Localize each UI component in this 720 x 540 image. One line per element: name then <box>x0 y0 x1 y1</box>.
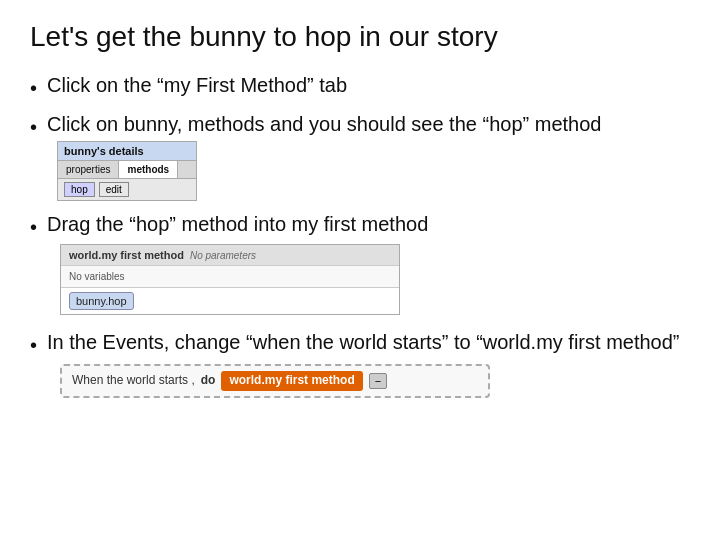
bullet-item-1: • Click on the “my First Method” tab <box>30 72 690 101</box>
bullet-text-4: In the Events, change “when the world st… <box>47 329 679 355</box>
slide-title: Let's get the bunny to hop in our story <box>30 20 690 54</box>
bunny-details-panel: bunny's details properties methods hop e… <box>57 141 197 201</box>
bullet-text-2: Click on bunny, methods and you should s… <box>47 111 690 201</box>
method-body: bunny.hop <box>61 288 399 314</box>
bullet-list: • Click on the “my First Method” tab • C… <box>30 72 690 398</box>
bullet-item-4: • In the Events, change “when the world … <box>30 329 690 398</box>
do-label: do <box>201 373 216 389</box>
bullet-item-2: • Click on bunny, methods and you should… <box>30 111 690 201</box>
method-title: world.my first method <box>69 248 184 262</box>
bullet-dot-2: • <box>30 114 37 140</box>
bullet-item-3: • Drag the “hop” method into my first me… <box>30 211 690 320</box>
bullet-dot-3: • <box>30 214 37 240</box>
method-vars: No variables <box>61 266 399 288</box>
properties-tab[interactable]: properties <box>58 161 119 178</box>
bullet-dot-1: • <box>30 75 37 101</box>
bullet-dot-4: • <box>30 332 37 358</box>
bunny-panel-tabs: properties methods <box>58 161 196 179</box>
bullet-text-3: Drag the “hop” method into my first meth… <box>47 211 428 237</box>
hop-button[interactable]: hop <box>64 182 95 197</box>
minus-button[interactable]: − <box>369 373 387 389</box>
events-panel: When the world starts , do world.my firs… <box>60 364 490 398</box>
method-params: No parameters <box>190 249 256 262</box>
bunny-panel-content: hop edit <box>58 179 196 200</box>
edit-button[interactable]: edit <box>99 182 129 197</box>
bunny-panel-title: bunny's details <box>58 142 196 161</box>
method-panel: world.my first method No parameters No v… <box>60 244 400 316</box>
methods-tab[interactable]: methods <box>119 161 178 178</box>
bullet-text-1: Click on the “my First Method” tab <box>47 72 690 98</box>
bunny-hop-call: bunny.hop <box>69 292 134 310</box>
method-header: world.my first method No parameters <box>61 245 399 266</box>
event-trigger-text: When the world starts , <box>72 373 195 389</box>
world-method-badge[interactable]: world.my first method <box>221 371 362 391</box>
